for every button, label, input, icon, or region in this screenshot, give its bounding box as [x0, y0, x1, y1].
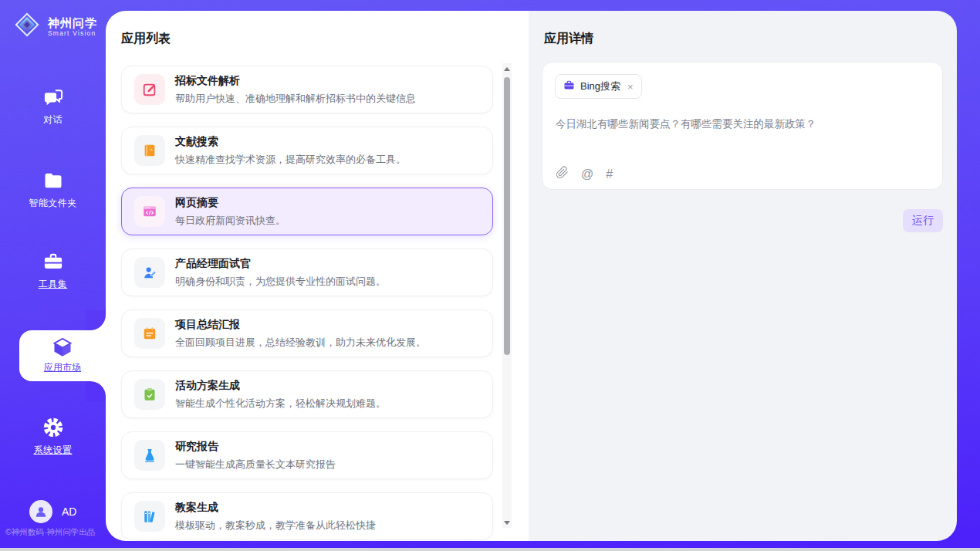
triangle-down-icon	[504, 521, 510, 525]
app-card-title: 研究报告	[175, 440, 336, 454]
query-text[interactable]: 今日湖北有哪些新闻要点？有哪些需要关注的最新政策？	[556, 117, 930, 131]
sidebar-item-chat[interactable]: 对话	[0, 86, 106, 127]
app-card-literature-search[interactable]: 文献搜索 快速精准查找学术资源，提高研究效率的必备工具。	[121, 127, 493, 174]
brand-subtitle: Smart Vision	[48, 29, 97, 37]
sidebar-item-toolkit[interactable]: 工具集	[0, 251, 106, 291]
toolbox-icon	[0, 251, 106, 272]
sidebar-item-smart-folders[interactable]: 智能文件夹	[0, 170, 106, 210]
app-card-lesson-plan[interactable]: 教案生成 模板驱动，教案秒成，教学准备从此轻松快捷	[121, 492, 493, 540]
tool-tag-bing-search[interactable]: Bing搜索 ×	[555, 74, 642, 99]
user-icon	[34, 505, 48, 519]
prompt-input-card[interactable]: Bing搜索 × 今日湖北有哪些新闻要点？有哪些需要关注的最新政策？ @ #	[542, 62, 943, 190]
clipboard-check-icon	[134, 379, 165, 410]
app-list-title: 应用列表	[121, 31, 171, 47]
user-name: AD	[62, 505, 76, 518]
app-card-desc: 智能生成个性化活动方案，轻松解决规划难题。	[175, 397, 386, 411]
app-card-title: 招标文件解析	[175, 74, 416, 88]
attachment-toolbar: @ #	[556, 166, 613, 182]
folder-icon	[0, 170, 106, 191]
main-content: 应用列表 招标文件解析 帮助用户快速、准确地理解和解析招标书中的关键信息	[106, 11, 957, 541]
at-mention-icon[interactable]: @	[581, 167, 593, 181]
flask-icon	[134, 440, 165, 471]
sidebar-item-settings[interactable]: 系统设置	[0, 417, 106, 457]
triangle-up-icon	[504, 67, 510, 71]
brand-name: 神州问学	[48, 16, 97, 29]
interviewer-icon	[134, 257, 165, 288]
scroll-down-button[interactable]	[502, 517, 512, 528]
window-bottom-edge	[0, 548, 980, 551]
book-icon	[134, 135, 165, 166]
app-list-panel: 应用列表 招标文件解析 帮助用户快速、准确地理解和解析招标书中的关键信息	[106, 11, 529, 541]
sidebar-item-app-market[interactable]: 应用市场	[19, 330, 106, 381]
app-card-title: 项目总结汇报	[175, 318, 426, 332]
app-card-desc: 明确身份和职责，为您提供专业性的面试问题。	[175, 275, 386, 289]
app-card-desc: 全面回顾项目进展，总结经验教训，助力未来优化发展。	[175, 336, 426, 350]
tool-tag-label: Bing搜索	[580, 79, 620, 93]
edit-square-icon	[134, 74, 165, 105]
app-card-title: 活动方案生成	[175, 379, 386, 393]
gear-icon	[0, 417, 106, 438]
user-account[interactable]: AD	[29, 500, 76, 523]
remove-tag-icon[interactable]: ×	[627, 81, 634, 93]
sidebar-item-label: 系统设置	[0, 444, 106, 457]
calendar-icon	[134, 318, 165, 349]
scroll-up-button[interactable]	[502, 63, 512, 74]
chat-icon	[0, 86, 106, 108]
app-card-research-report[interactable]: 研究报告 一键智能生成高质量长文本研究报告	[121, 431, 493, 479]
app-detail-title: 应用详情	[544, 31, 593, 47]
sidebar-item-label: 智能文件夹	[0, 197, 106, 210]
app-card-title: 网页摘要	[175, 196, 286, 210]
books-icon	[134, 501, 165, 532]
app-window: 神州问学 Smart Vision 对话 智能文件夹	[0, 0, 980, 551]
web-code-icon	[134, 196, 165, 227]
app-card-desc: 每日政府新闻资讯快查。	[175, 214, 286, 228]
sidebar-item-label: 工具集	[0, 278, 106, 291]
app-card-title: 教案生成	[175, 501, 376, 515]
app-card-web-summary[interactable]: 网页摘要 每日政府新闻资讯快查。	[121, 188, 493, 235]
app-card-desc: 帮助用户快速、准确地理解和解析招标书中的关键信息	[175, 92, 416, 106]
avatar	[29, 500, 52, 523]
bubble-notch-bottom	[86, 381, 106, 401]
paperclip-icon[interactable]	[556, 166, 569, 182]
app-card-desc: 模板驱动，教案秒成，教学准备从此轻松快捷	[175, 519, 376, 532]
sidebar-item-label: 对话	[0, 113, 106, 127]
hash-tag-icon[interactable]: #	[606, 167, 613, 181]
list-scrollbar[interactable]	[502, 63, 512, 528]
briefcase-icon	[563, 79, 575, 94]
app-card-desc: 快速精准查找学术资源，提高研究效率的必备工具。	[175, 153, 406, 167]
bubble-notch-top	[86, 310, 106, 330]
app-card-title: 文献搜索	[175, 135, 406, 149]
brand-logo: 神州问学 Smart Vision	[12, 10, 97, 42]
app-card-desc: 一键智能生成高质量长文本研究报告	[175, 458, 336, 472]
app-detail-panel: 应用详情 Bing搜索 × 今日湖北有哪些新闻要点？有哪些需要关注的最新政策？	[529, 11, 957, 541]
app-card-project-summary[interactable]: 项目总结汇报 全面回顾项目进展，总结经验教训，助力未来优化发展。	[121, 309, 493, 357]
run-button[interactable]: 运行	[903, 209, 943, 232]
app-card-event-plan[interactable]: 活动方案生成 智能生成个性化活动方案，轻松解决规划难题。	[121, 370, 493, 418]
app-card-pm-interviewer[interactable]: 产品经理面试官 明确身份和职责，为您提供专业性的面试问题。	[121, 248, 493, 296]
sidebar: 神州问学 Smart Vision 对话 智能文件夹	[0, 0, 106, 551]
copyright-footer: ©神州数码·神州问学出品	[5, 527, 95, 538]
diamond-logo-icon	[12, 10, 42, 42]
cube-icon	[19, 336, 106, 358]
sidebar-item-label: 应用市场	[19, 361, 106, 374]
scrollbar-thumb[interactable]	[504, 77, 510, 355]
app-card-list: 招标文件解析 帮助用户快速、准确地理解和解析招标书中的关键信息	[121, 66, 493, 541]
app-card-bid-analysis[interactable]: 招标文件解析 帮助用户快速、准确地理解和解析招标书中的关键信息	[121, 66, 493, 113]
app-card-title: 产品经理面试官	[175, 257, 386, 271]
